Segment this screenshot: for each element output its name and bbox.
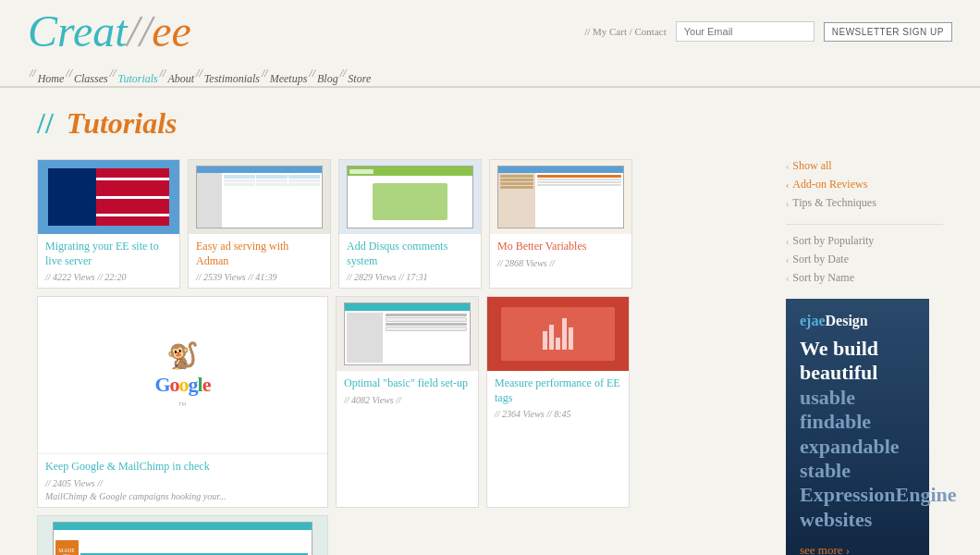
- thumb-8: MADE TO STICK: [38, 516, 327, 555]
- nav-classes[interactable]: Classes: [74, 67, 108, 86]
- tutorial-title-1: Migrating your EE site to live server: [45, 240, 172, 268]
- main-content: // Tutorials: [9, 88, 971, 555]
- sort-date-label: Sort by Date: [792, 253, 849, 266]
- nav-store[interactable]: Store: [348, 67, 371, 86]
- ad-line-7: ExpressionEngine: [800, 483, 915, 507]
- chevron-icon-popularity: ‹: [786, 236, 789, 246]
- grid-row-2: 🐒 Google ™ Keep Google & MailChimp in ch…: [37, 296, 767, 508]
- thumb-4: [490, 160, 631, 234]
- logo-ee: ee: [152, 6, 191, 56]
- nav-tutorials[interactable]: Tutorials: [117, 67, 157, 86]
- header-top: Creat//ee // My Cart / Contact NEWSLETTE…: [28, 9, 952, 61]
- tutorial-info-4: Mo Better Variables // 2868 Views //: [490, 234, 631, 274]
- title-prefix: //: [37, 106, 54, 140]
- tutorial-info-7: Measure performance of EE tags // 2364 V…: [487, 371, 629, 425]
- main-nav: // Home // Classes // Tutorials // About…: [28, 61, 952, 86]
- tutorial-title-2: Easy ad serving with Adman: [196, 240, 323, 268]
- google-logo-text: Google: [154, 373, 210, 397]
- tutorial-meta-1: // 4222 Views // 22:20: [45, 272, 172, 282]
- tutorial-info-3: Add Disqus comments system // 2829 Views…: [339, 234, 481, 288]
- ad-line-1: We build: [800, 337, 915, 361]
- cart-link[interactable]: // My Cart: [584, 26, 627, 37]
- tutorial-meta-7: // 2364 Views // 8:45: [495, 409, 621, 419]
- filter-addon-label: Add-on Reviews: [792, 178, 867, 191]
- nav-prefix: //: [30, 67, 36, 86]
- tutorial-meta-6: // 4082 Views //: [344, 395, 471, 405]
- thumb-5: 🐒 Google ™: [38, 297, 327, 454]
- chevron-icon-addon: ‹: [786, 179, 789, 190]
- ad-tagline: We build beautiful usable findable expan…: [800, 337, 915, 532]
- nav-blog[interactable]: Blog: [317, 67, 338, 86]
- tutorial-meta-3: // 2829 Views // 17:31: [347, 272, 473, 282]
- filter-divider: [786, 224, 943, 225]
- grid-row-3: MADE TO STICK Growing Your Site One Byte…: [37, 515, 767, 555]
- filter-addon-reviews[interactable]: ‹ Add-on Reviews: [786, 178, 943, 191]
- contact-link[interactable]: / Contact: [630, 26, 667, 37]
- chevron-icon-name: ‹: [786, 273, 789, 283]
- filter-tips[interactable]: ‹ Tips & Techniques: [786, 196, 943, 210]
- tutorial-meta-5: // 2405 Views //: [45, 478, 320, 488]
- sort-popularity[interactable]: ‹ Sort by Popularity: [786, 234, 943, 248]
- nav-about[interactable]: About: [167, 67, 194, 86]
- chevron-icon-tips: ‹: [786, 198, 789, 208]
- tutorial-title-7: Measure performance of EE tags: [495, 376, 621, 405]
- content-area: Migrating your EE site to live server //…: [37, 159, 943, 555]
- tutorial-info-5: Keep Google & MailChimp in check // 2405…: [38, 454, 327, 507]
- ad-line-8: websites: [800, 508, 915, 532]
- tutorial-card-6[interactable]: Optimal "basic" field set-up // 4082 Vie…: [336, 296, 479, 508]
- ad-line-5: expandable: [800, 435, 915, 459]
- ad-line-3: usable: [800, 386, 915, 410]
- sort-date[interactable]: ‹ Sort by Date: [786, 253, 943, 266]
- tutorial-card-1[interactable]: Migrating your EE site to live server //…: [37, 159, 180, 289]
- tutorial-subtitle-5: MailChimp & Google campaigns hooking you…: [45, 491, 320, 501]
- tutorial-card-5[interactable]: 🐒 Google ™ Keep Google & MailChimp in ch…: [37, 296, 328, 508]
- thumb-3: [339, 160, 481, 234]
- ad-line-4: findable: [800, 410, 915, 434]
- thumb-1: [38, 160, 179, 234]
- tutorial-meta-4: // 2868 Views //: [497, 258, 624, 268]
- ad-box: ejaeDesign We build beautiful usable fin…: [786, 299, 929, 555]
- filter-tips-label: Tips & Techniques: [792, 196, 876, 210]
- ad-line-2: beautiful: [800, 361, 915, 385]
- tutorial-info-1: Migrating your EE site to live server //…: [38, 234, 179, 288]
- sort-name[interactable]: ‹ Sort by Name: [786, 271, 943, 285]
- tutorial-card-4[interactable]: Mo Better Variables // 2868 Views //: [489, 159, 632, 289]
- header-right: // My Cart / Contact NEWSLETTER SIGN UP: [584, 21, 952, 42]
- header: Creat//ee // My Cart / Contact NEWSLETTE…: [0, 0, 980, 88]
- tutorial-card-7[interactable]: Measure performance of EE tags // 2364 V…: [486, 296, 630, 508]
- chevron-icon-date: ‹: [786, 254, 789, 265]
- tutorial-title-5: Keep Google & MailChimp in check: [45, 460, 320, 475]
- tutorial-title-3: Add Disqus comments system: [347, 240, 473, 268]
- ad-see-more[interactable]: see more ›: [800, 543, 915, 555]
- sort-section: ‹ Sort by Popularity ‹ Sort by Date ‹ So…: [786, 234, 943, 285]
- nav-home[interactable]: Home: [38, 67, 65, 86]
- thumb-2: [189, 160, 330, 234]
- logo-creat: Creat: [28, 6, 128, 56]
- tutorial-title-6: Optimal "basic" field set-up: [344, 376, 471, 391]
- page-title: // Tutorials: [37, 106, 943, 141]
- email-input[interactable]: [676, 21, 815, 42]
- grid-row-1: Migrating your EE site to live server //…: [37, 159, 767, 289]
- tutorial-info-6: Optimal "basic" field set-up // 4082 Vie…: [337, 371, 478, 411]
- filter-section: ‹ Show all ‹ Add-on Reviews ‹ Tips & Tec…: [786, 159, 943, 210]
- sort-name-label: Sort by Name: [792, 271, 854, 285]
- nav-meetups[interactable]: Meetups: [270, 67, 308, 86]
- tutorial-card-2[interactable]: Easy ad serving with Adman // 2539 Views…: [188, 159, 331, 289]
- tutorial-info-2: Easy ad serving with Adman // 2539 Views…: [189, 234, 330, 288]
- thumb-7: [487, 297, 629, 371]
- sort-popularity-label: Sort by Popularity: [792, 234, 874, 248]
- logo[interactable]: Creat//ee: [28, 9, 191, 54]
- mailchimp-icon: 🐒: [166, 340, 199, 371]
- header-cart-contact: // My Cart / Contact: [584, 26, 667, 37]
- newsletter-button[interactable]: NEWSLETTER SIGN UP: [824, 22, 952, 42]
- nav-testimonials[interactable]: Testimonials: [204, 67, 260, 86]
- chevron-icon-showall: ‹: [786, 161, 789, 171]
- ad-line-6: stable: [800, 459, 915, 483]
- tutorial-title-4: Mo Better Variables: [497, 240, 624, 254]
- filter-show-all[interactable]: ‹ Show all: [786, 159, 943, 173]
- tutorial-card-3[interactable]: Add Disqus comments system // 2829 Views…: [338, 159, 482, 289]
- tutorial-card-8[interactable]: MADE TO STICK Growing Your Site One Byte…: [37, 515, 328, 555]
- tutorials-grid: Migrating your EE site to live server //…: [37, 159, 767, 555]
- thumb-6: [337, 297, 478, 371]
- tutorial-meta-2: // 2539 Views // 41:39: [196, 272, 323, 282]
